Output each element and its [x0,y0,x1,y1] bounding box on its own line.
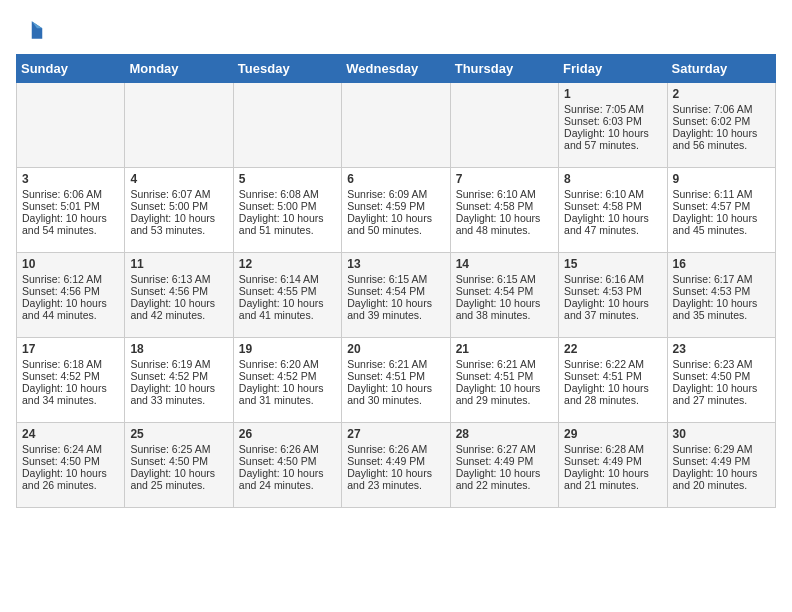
day-info: Sunrise: 6:19 AM [130,358,227,370]
day-info: Daylight: 10 hours and 28 minutes. [564,382,661,406]
calendar-day-cell: 5Sunrise: 6:08 AMSunset: 5:00 PMDaylight… [233,168,341,253]
day-info: Sunrise: 6:09 AM [347,188,444,200]
day-info: Sunrise: 6:26 AM [239,443,336,455]
day-number: 11 [130,257,227,271]
day-number: 8 [564,172,661,186]
day-info: Sunrise: 6:27 AM [456,443,553,455]
calendar-day-cell [450,83,558,168]
day-info: Daylight: 10 hours and 50 minutes. [347,212,444,236]
day-number: 4 [130,172,227,186]
day-info: Sunrise: 6:15 AM [456,273,553,285]
day-info: Sunrise: 6:18 AM [22,358,119,370]
day-info: Daylight: 10 hours and 20 minutes. [673,467,770,491]
day-info: Sunrise: 6:20 AM [239,358,336,370]
day-info: Sunset: 4:51 PM [347,370,444,382]
day-info: Sunset: 5:01 PM [22,200,119,212]
day-info: Daylight: 10 hours and 45 minutes. [673,212,770,236]
day-number: 7 [456,172,553,186]
day-info: Daylight: 10 hours and 22 minutes. [456,467,553,491]
day-info: Sunset: 6:02 PM [673,115,770,127]
day-info: Sunrise: 6:16 AM [564,273,661,285]
weekday-header: Wednesday [342,55,450,83]
day-info: Daylight: 10 hours and 51 minutes. [239,212,336,236]
day-info: Daylight: 10 hours and 29 minutes. [456,382,553,406]
day-number: 2 [673,87,770,101]
day-info: Daylight: 10 hours and 57 minutes. [564,127,661,151]
day-info: Sunrise: 6:13 AM [130,273,227,285]
day-info: Sunrise: 6:10 AM [564,188,661,200]
weekday-header: Thursday [450,55,558,83]
logo-icon [16,16,44,44]
weekday-header: Sunday [17,55,125,83]
day-info: Sunrise: 6:07 AM [130,188,227,200]
day-info: Daylight: 10 hours and 35 minutes. [673,297,770,321]
calendar-day-cell: 30Sunrise: 6:29 AMSunset: 4:49 PMDayligh… [667,423,775,508]
calendar-day-cell: 28Sunrise: 6:27 AMSunset: 4:49 PMDayligh… [450,423,558,508]
calendar-table: SundayMondayTuesdayWednesdayThursdayFrid… [16,54,776,508]
weekday-header-row: SundayMondayTuesdayWednesdayThursdayFrid… [17,55,776,83]
calendar-day-cell: 3Sunrise: 6:06 AMSunset: 5:01 PMDaylight… [17,168,125,253]
day-info: Sunset: 4:58 PM [456,200,553,212]
day-info: Sunset: 4:52 PM [130,370,227,382]
calendar-day-cell: 4Sunrise: 6:07 AMSunset: 5:00 PMDaylight… [125,168,233,253]
weekday-header: Tuesday [233,55,341,83]
day-info: Daylight: 10 hours and 39 minutes. [347,297,444,321]
day-info: Sunset: 4:51 PM [564,370,661,382]
day-info: Sunrise: 6:06 AM [22,188,119,200]
day-info: Sunset: 4:49 PM [673,455,770,467]
day-number: 17 [22,342,119,356]
day-info: Daylight: 10 hours and 27 minutes. [673,382,770,406]
day-info: Daylight: 10 hours and 53 minutes. [130,212,227,236]
day-info: Daylight: 10 hours and 56 minutes. [673,127,770,151]
day-info: Sunrise: 6:15 AM [347,273,444,285]
calendar-day-cell: 20Sunrise: 6:21 AMSunset: 4:51 PMDayligh… [342,338,450,423]
calendar-day-cell [342,83,450,168]
day-info: Sunset: 4:52 PM [22,370,119,382]
day-info: Sunset: 5:00 PM [130,200,227,212]
calendar-week-row: 3Sunrise: 6:06 AMSunset: 5:01 PMDaylight… [17,168,776,253]
day-info: Sunset: 4:50 PM [22,455,119,467]
day-number: 5 [239,172,336,186]
day-number: 15 [564,257,661,271]
day-info: Sunset: 4:55 PM [239,285,336,297]
day-info: Sunset: 4:53 PM [564,285,661,297]
day-info: Sunrise: 6:28 AM [564,443,661,455]
calendar-day-cell: 13Sunrise: 6:15 AMSunset: 4:54 PMDayligh… [342,253,450,338]
day-number: 23 [673,342,770,356]
calendar-day-cell: 25Sunrise: 6:25 AMSunset: 4:50 PMDayligh… [125,423,233,508]
weekday-header: Monday [125,55,233,83]
day-info: Sunset: 4:54 PM [347,285,444,297]
day-number: 3 [22,172,119,186]
day-number: 13 [347,257,444,271]
day-info: Daylight: 10 hours and 23 minutes. [347,467,444,491]
day-info: Sunset: 4:49 PM [347,455,444,467]
logo [16,16,48,44]
day-info: Sunset: 4:58 PM [564,200,661,212]
calendar-day-cell: 14Sunrise: 6:15 AMSunset: 4:54 PMDayligh… [450,253,558,338]
calendar-day-cell: 1Sunrise: 7:05 AMSunset: 6:03 PMDaylight… [559,83,667,168]
day-number: 21 [456,342,553,356]
calendar-day-cell: 11Sunrise: 6:13 AMSunset: 4:56 PMDayligh… [125,253,233,338]
calendar-day-cell: 17Sunrise: 6:18 AMSunset: 4:52 PMDayligh… [17,338,125,423]
calendar-day-cell: 12Sunrise: 6:14 AMSunset: 4:55 PMDayligh… [233,253,341,338]
page-header [16,16,776,44]
calendar-day-cell: 2Sunrise: 7:06 AMSunset: 6:02 PMDaylight… [667,83,775,168]
calendar-day-cell [125,83,233,168]
day-info: Sunrise: 6:17 AM [673,273,770,285]
day-number: 1 [564,87,661,101]
weekday-header: Saturday [667,55,775,83]
day-info: Daylight: 10 hours and 47 minutes. [564,212,661,236]
day-info: Sunrise: 7:05 AM [564,103,661,115]
day-info: Daylight: 10 hours and 34 minutes. [22,382,119,406]
day-number: 16 [673,257,770,271]
day-info: Sunrise: 6:14 AM [239,273,336,285]
day-info: Sunset: 4:54 PM [456,285,553,297]
calendar-day-cell: 7Sunrise: 6:10 AMSunset: 4:58 PMDaylight… [450,168,558,253]
calendar-day-cell: 27Sunrise: 6:26 AMSunset: 4:49 PMDayligh… [342,423,450,508]
day-info: Sunset: 4:59 PM [347,200,444,212]
calendar-day-cell: 9Sunrise: 6:11 AMSunset: 4:57 PMDaylight… [667,168,775,253]
day-number: 25 [130,427,227,441]
day-number: 26 [239,427,336,441]
day-info: Sunset: 4:49 PM [456,455,553,467]
calendar-week-row: 24Sunrise: 6:24 AMSunset: 4:50 PMDayligh… [17,423,776,508]
